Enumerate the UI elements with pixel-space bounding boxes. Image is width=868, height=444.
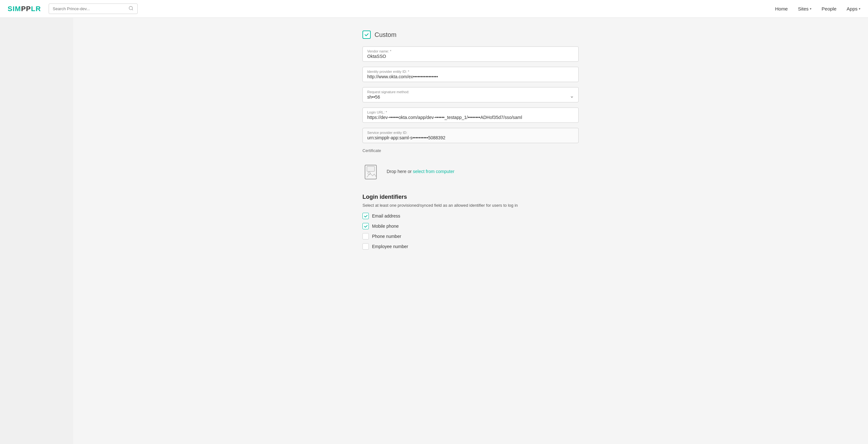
drop-zone[interactable]: Drop here or select from computer [363, 157, 579, 186]
service-provider-wrapper: Service provider entity ID: urn:simpplr-… [363, 128, 579, 143]
vendor-name-field: Vendor name: * OktaSSO [363, 47, 579, 62]
vendor-name-label: Vendor name: * [367, 49, 574, 53]
identifier-phone-label: Phone number [372, 234, 401, 239]
identity-provider-wrapper[interactable]: Identity provider entity ID: * http://ww… [363, 67, 579, 82]
drop-text: Drop here or select from computer [386, 169, 454, 174]
login-url-wrapper[interactable]: Login URL: * https://dev-••••••okta.com/… [363, 108, 579, 123]
service-provider-label: Service provider entity ID: [367, 131, 574, 135]
identifier-employee-item: Employee number [363, 243, 579, 250]
dropdown-arrow-icon: ⌄ [570, 93, 574, 99]
certificate-label: Certificate [363, 148, 579, 153]
request-signature-wrapper[interactable]: Request signature method: sh••56 ⌄ [363, 87, 579, 102]
page-wrapper: Custom Vendor name: * OktaSSO Identity p… [0, 18, 868, 444]
search-bar[interactable] [49, 3, 138, 14]
identifier-mobile-checkbox[interactable] [363, 223, 369, 229]
custom-label: Custom [375, 31, 397, 38]
nav-apps[interactable]: Apps ▾ [847, 6, 860, 11]
upload-icon [363, 162, 381, 181]
service-provider-field: Service provider entity ID: urn:simpplr-… [363, 128, 579, 143]
identity-provider-value: http://www.okta.com/ex•••••••••••••••• [367, 74, 574, 79]
svg-rect-3 [367, 166, 375, 171]
select-from-computer-link[interactable]: select from computer [413, 169, 454, 174]
login-url-field: Login URL: * https://dev-••••••okta.com/… [363, 108, 579, 123]
custom-checkbox[interactable] [363, 31, 371, 39]
main-content: Custom Vendor name: * OktaSSO Identity p… [73, 18, 868, 444]
identifier-employee-label: Employee number [372, 244, 408, 249]
login-url-value: https://dev-••••••okta.com/app/dev-•••••… [367, 115, 574, 120]
certificate-section: Certificate Drop here or select from com… [363, 148, 579, 186]
sidebar [0, 18, 73, 444]
nav-home[interactable]: Home [775, 6, 788, 11]
custom-header: Custom [363, 31, 579, 39]
vendor-name-wrapper[interactable]: Vendor name: * OktaSSO [363, 47, 579, 62]
identifier-email-label: Email address [372, 213, 400, 218]
search-icon [128, 6, 133, 12]
identity-provider-field: Identity provider entity ID: * http://ww… [363, 67, 579, 82]
identifier-phone-item: Phone number [363, 233, 579, 239]
nav-people[interactable]: People [822, 6, 837, 11]
request-signature-field: Request signature method: sh••56 ⌄ [363, 87, 579, 102]
logo: SIMPPLR [8, 5, 41, 13]
service-provider-value: urn:simpplr-app:saml-s••••••••••5088392 [367, 135, 574, 140]
identifier-email-item: Email address [363, 213, 579, 219]
chevron-down-icon: ▾ [810, 7, 811, 10]
nav-sites[interactable]: Sites ▾ [798, 6, 811, 11]
chevron-down-icon: ▾ [859, 7, 860, 10]
login-identifiers-section: Login identifiers Select at least one pr… [363, 194, 579, 250]
request-signature-label: Request signature method: [367, 90, 570, 94]
login-url-label: Login URL: * [367, 110, 574, 114]
request-signature-value: sh••56 [367, 94, 570, 99]
identifier-employee-checkbox[interactable] [363, 243, 369, 250]
app-header: SIMPPLR Home Sites ▾ People Apps ▾ [0, 0, 868, 18]
identifier-phone-checkbox[interactable] [363, 233, 369, 239]
login-identifiers-title: Login identifiers [363, 194, 579, 200]
svg-line-1 [132, 9, 133, 10]
form-container: Custom Vendor name: * OktaSSO Identity p… [363, 31, 579, 431]
identifier-email-checkbox[interactable] [363, 213, 369, 219]
identifier-mobile-label: Mobile phone [372, 224, 399, 229]
svg-point-0 [129, 6, 132, 10]
login-identifiers-desc: Select at least one provisioned/synced f… [363, 203, 579, 208]
search-input[interactable] [53, 6, 127, 11]
identity-provider-label: Identity provider entity ID: * [367, 70, 574, 73]
nav: Home Sites ▾ People Apps ▾ [775, 6, 860, 11]
vendor-name-value: OktaSSO [367, 54, 574, 59]
identifier-mobile-item: Mobile phone [363, 223, 579, 229]
request-signature-content: Request signature method: sh••56 [367, 90, 570, 99]
